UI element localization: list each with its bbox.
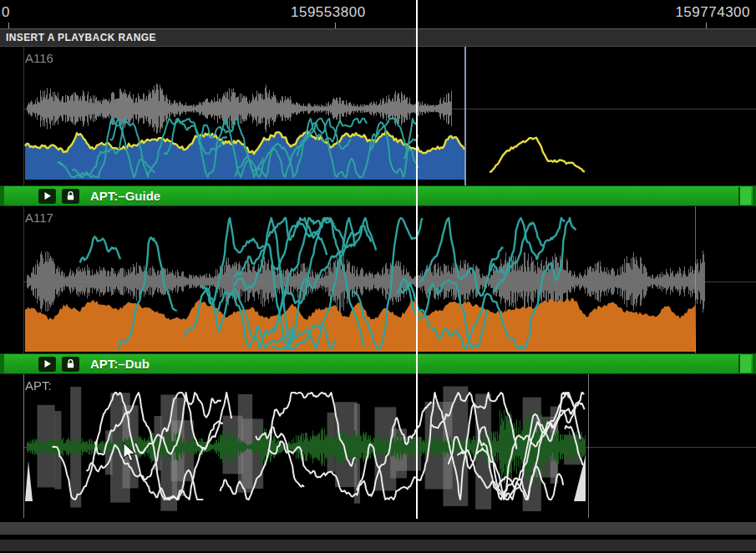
header-right-edge xyxy=(753,354,756,373)
horizontal-scrollbar-secondary[interactable] xyxy=(0,540,756,551)
track-id-label: A116 xyxy=(25,51,53,65)
apt-analysis-canvas[interactable] xyxy=(0,374,756,518)
play-button[interactable] xyxy=(38,357,56,372)
play-icon xyxy=(41,190,53,201)
play-icon xyxy=(41,358,53,369)
track-id-label: A117 xyxy=(25,211,53,225)
header-right-edge xyxy=(753,186,756,205)
track-panel-guide: A116 xyxy=(0,47,756,185)
header-right-block xyxy=(738,187,751,205)
lock-button[interactable] xyxy=(62,189,79,204)
timeline-label-right: 159774300 xyxy=(675,4,750,21)
playhead-cursor[interactable] xyxy=(416,0,418,519)
lock-button[interactable] xyxy=(62,357,79,372)
guide-waveform-canvas[interactable] xyxy=(0,47,756,185)
track-panel-apt: APT: xyxy=(0,374,756,518)
timeline-ruler[interactable]: 0 159553800 159774300 xyxy=(0,0,756,28)
header-left-edge xyxy=(0,354,4,373)
timeline-tick xyxy=(335,23,336,28)
timeline-label-left: 0 xyxy=(2,4,10,21)
mouse-cursor xyxy=(123,442,141,464)
timeline-tick xyxy=(8,23,9,28)
region-start-marker xyxy=(23,374,24,518)
insert-playback-range-label: INSERT A PLAYBACK RANGE xyxy=(6,32,156,43)
track-panel-dub: A117 xyxy=(0,206,756,353)
region-start-marker xyxy=(23,47,24,185)
audio-editor-window: 0 159553800 159774300 INSERT A PLAYBACK … xyxy=(0,0,756,553)
dub-waveform-canvas[interactable] xyxy=(0,206,756,353)
track-id-label: APT: xyxy=(25,378,52,393)
insert-playback-range-bar[interactable]: INSERT A PLAYBACK RANGE xyxy=(0,28,756,47)
track-header-dub[interactable]: APT:–Dub xyxy=(0,353,756,374)
lock-icon xyxy=(65,190,76,201)
horizontal-scrollbar[interactable] xyxy=(0,522,756,535)
header-left-edge xyxy=(0,186,4,205)
region-start-marker xyxy=(23,206,24,353)
track-name-dub: APT:–Dub xyxy=(90,357,150,371)
header-right-block xyxy=(738,355,751,373)
track-name-guide: APT:–Guide xyxy=(90,189,160,203)
timeline-tick xyxy=(706,23,707,28)
timeline-label-center: 159553800 xyxy=(291,4,366,21)
lock-icon xyxy=(65,358,76,369)
region-end-marker[interactable] xyxy=(695,206,696,353)
play-button[interactable] xyxy=(38,189,56,204)
region-end-marker[interactable] xyxy=(588,374,589,518)
track-header-guide[interactable]: APT:–Guide xyxy=(0,185,756,206)
region-end-marker[interactable] xyxy=(464,47,466,185)
